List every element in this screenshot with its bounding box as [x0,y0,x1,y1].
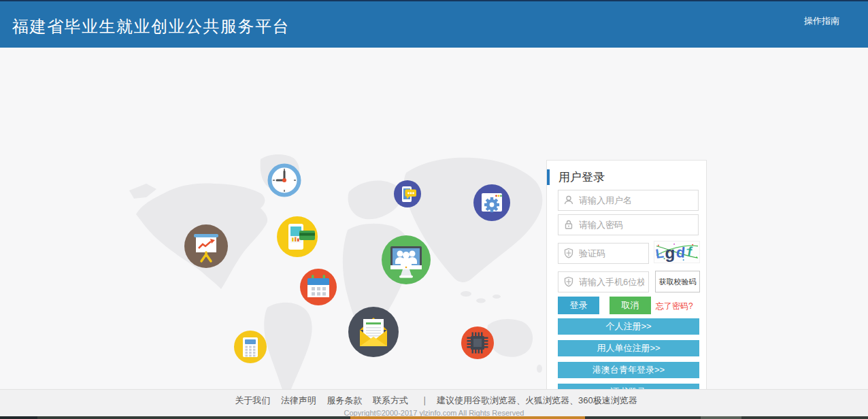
clock-icon [267,163,301,197]
browser-recommendation: 建议使用谷歌浏览器、火狐浏览器、360极速浏览器 [437,395,637,405]
password-field [558,214,699,235]
teamwork-monitor-icon [382,235,431,284]
calculator-icon [234,331,267,363]
captcha-letter: g [665,244,675,262]
login-button[interactable]: 登录 [558,297,599,314]
login-panel-title: 用户登录 [558,169,605,185]
password-input[interactable] [558,214,699,235]
login-panel: 用户登录 [546,160,707,407]
footer-link-about[interactable]: 关于我们 [235,395,270,405]
presentation-chart-icon [184,224,228,268]
footer-links: 关于我们 法律声明 服务条款 联系方式 ｜ 建议使用谷歌浏览器、火狐浏览器、36… [0,395,868,407]
site-title: 福建省毕业生就业创业公共服务平台 [12,16,290,37]
strip-segment [701,416,741,419]
calendar-icon [300,269,337,305]
personal-register-button[interactable]: 个人注册>> [558,318,699,335]
captcha-field [558,243,649,264]
footer-separator: ｜ [420,395,429,405]
footer-link-contact[interactable]: 联系方式 [373,395,408,405]
mobile-payment-icon [277,216,318,257]
get-code-button[interactable]: 获取校验码 [655,271,700,292]
footer-link-legal[interactable]: 法律声明 [281,395,316,405]
browser-gear-icon [473,184,510,221]
captcha-letter: d [675,244,686,261]
mail-icon [348,307,399,357]
employer-register-button[interactable]: 用人单位注册>> [558,340,699,356]
username-field [558,190,699,211]
chat-phone-icon [394,180,421,207]
cancel-button[interactable]: 取消 [610,297,651,314]
title-accent-bar [547,169,550,185]
main-area: 用户登录 [0,48,868,389]
captcha-letter: L [654,245,665,261]
chip-icon [461,326,494,359]
sms-code-input[interactable] [558,271,649,292]
footer: 关于我们 法律声明 服务条款 联系方式 ｜ 建议使用谷歌浏览器、火狐浏览器、36… [0,389,868,416]
header: 福建省毕业生就业创业公共服务平台 操作指南 [0,0,868,48]
captcha-image[interactable]: L g d f [654,241,700,263]
captcha-input[interactable] [558,243,649,264]
guide-link[interactable]: 操作指南 [804,15,839,27]
forgot-password-link[interactable]: 忘了密码? [656,301,693,312]
bottom-edge-strip [0,416,868,419]
username-input[interactable] [558,190,699,211]
hmt-youth-login-button[interactable]: 港澳台青年登录>> [558,362,699,378]
footer-link-terms[interactable]: 服务条款 [327,395,362,405]
strip-segment [350,416,585,419]
strip-segment [0,416,37,419]
sms-code-field [558,271,649,292]
